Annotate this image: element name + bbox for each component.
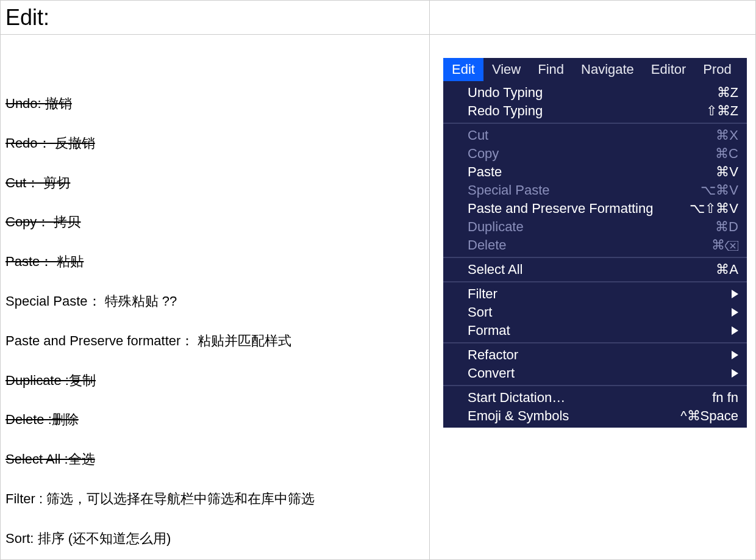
menu-item-sort[interactable]: Sort xyxy=(443,303,747,321)
note-line: Duplicate :复制 xyxy=(5,372,424,390)
menu-item-shortcut: ⌘C xyxy=(715,146,738,162)
menu-item-delete: Delete⌘ xyxy=(443,236,747,254)
menu-item-label: Filter xyxy=(468,286,732,302)
menu-item-label: Special Paste xyxy=(468,182,701,198)
menu-item-shortcut: ⌥⌘V xyxy=(701,182,738,198)
menu-item-label: Convert xyxy=(468,365,732,381)
left-header: Edit: xyxy=(1,1,429,35)
menu-item-cut: Cut⌘X xyxy=(443,126,747,145)
menu-item-label: Start Dictation… xyxy=(468,390,712,406)
menu-item-paste[interactable]: Paste⌘V xyxy=(443,163,747,181)
split-container: Edit: Undo: 撤销Redo： 反撤销Cut： 剪切Copy： 拷贝Pa… xyxy=(0,0,756,560)
menu-item-label: Format xyxy=(468,323,732,339)
menubar-item-prod[interactable]: Prod xyxy=(694,58,740,81)
note-line: Copy： 拷贝 xyxy=(5,213,424,232)
menu-item-label: Paste xyxy=(468,164,716,180)
menu-group: Cut⌘XCopy⌘CPaste⌘VSpecial Paste⌥⌘VPaste … xyxy=(443,123,747,257)
menu-item-special-paste: Special Paste⌥⌘V xyxy=(443,181,747,199)
left-pane: Edit: Undo: 撤销Redo： 反撤销Cut： 剪切Copy： 拷贝Pa… xyxy=(0,0,429,560)
menubar-item-find[interactable]: Find xyxy=(529,58,572,81)
submenu-arrow-icon xyxy=(732,347,738,363)
menu-item-emoji-symbols[interactable]: Emoji & Symbols^⌘Space xyxy=(443,407,747,425)
left-notes-list: Undo: 撤销Redo： 反撤销Cut： 剪切Copy： 拷贝Paste： 粘… xyxy=(1,35,429,560)
menu-group: Start Dictation…fn fnEmoji & Symbols^⌘Sp… xyxy=(443,385,747,428)
menu-group: Select All⌘A xyxy=(443,257,747,281)
menu-item-shortcut: ^⌘Space xyxy=(680,408,738,424)
menu-item-label: Paste and Preserve Formatting xyxy=(468,201,690,217)
menu-item-shortcut: ⌘ xyxy=(711,237,738,253)
right-body: EditViewFindNavigateEditorProd Undo Typi… xyxy=(430,35,755,428)
menu-item-select-all[interactable]: Select All⌘A xyxy=(443,260,747,279)
menu-item-paste-and-preserve-formatting[interactable]: Paste and Preserve Formatting⌥⇧⌘V xyxy=(443,199,747,218)
menu-item-shortcut: ⌥⇧⌘V xyxy=(690,201,738,217)
edit-menu-window: EditViewFindNavigateEditorProd Undo Typi… xyxy=(443,58,747,428)
right-header xyxy=(430,1,755,35)
menu-item-label: Delete xyxy=(468,237,711,253)
menubar-item-navigate[interactable]: Navigate xyxy=(572,58,643,81)
note-line: Special Paste： 特殊粘贴 ?? xyxy=(5,292,424,311)
menu-item-label: Redo Typing xyxy=(468,103,706,119)
menu-item-label: Copy xyxy=(468,146,715,162)
note-line: Paste and Preserve formatter： 粘贴并匹配样式 xyxy=(5,332,424,351)
menubar-item-editor[interactable]: Editor xyxy=(643,58,694,81)
menu-group: Undo Typing⌘ZRedo Typing⇧⌘Z xyxy=(443,81,747,123)
menu-item-shortcut: ⌘V xyxy=(716,164,738,180)
menubar-item-view[interactable]: View xyxy=(483,58,529,81)
submenu-arrow-icon xyxy=(732,323,738,339)
note-line: Undo: 撤销 xyxy=(5,95,424,113)
menu-item-label: Duplicate xyxy=(468,219,715,235)
note-line: Redo： 反撤销 xyxy=(5,134,424,153)
note-line: Paste： 粘贴 xyxy=(5,253,424,271)
note-line: Sort: 排序 (还不知道怎么用) xyxy=(5,529,424,548)
submenu-arrow-icon xyxy=(732,286,738,302)
menu-item-label: Sort xyxy=(468,304,732,320)
menu-item-duplicate: Duplicate⌘D xyxy=(443,218,747,236)
submenu-arrow-icon xyxy=(732,365,738,381)
menu-group: FilterSortFormat xyxy=(443,281,747,342)
menu-item-filter[interactable]: Filter xyxy=(443,285,747,303)
menubar-item-edit[interactable]: Edit xyxy=(443,58,483,81)
menu-item-label: Select All xyxy=(468,262,716,278)
menu-item-copy: Copy⌘C xyxy=(443,145,747,163)
menu-item-start-dictation[interactable]: Start Dictation…fn fn xyxy=(443,389,747,407)
menu-item-undo-typing[interactable]: Undo Typing⌘Z xyxy=(443,84,747,102)
menu-item-shortcut: ⇧⌘Z xyxy=(706,103,738,119)
left-title: Edit: xyxy=(1,5,49,31)
menubar: EditViewFindNavigateEditorProd xyxy=(443,58,747,81)
menu-item-shortcut: ⌘D xyxy=(715,219,738,235)
menu-item-label: Undo Typing xyxy=(468,85,717,101)
note-line: Delete :删除 xyxy=(5,411,424,429)
submenu-arrow-icon xyxy=(732,304,738,320)
menu-item-shortcut: ⌘Z xyxy=(717,85,738,101)
menu-item-convert[interactable]: Convert xyxy=(443,364,747,382)
menu-item-format[interactable]: Format xyxy=(443,321,747,340)
menu-item-shortcut: fn fn xyxy=(712,390,738,406)
menu-item-redo-typing[interactable]: Redo Typing⇧⌘Z xyxy=(443,102,747,120)
edit-menu-panel: Undo Typing⌘ZRedo Typing⇧⌘ZCut⌘XCopy⌘CPa… xyxy=(443,81,747,428)
right-pane: EditViewFindNavigateEditorProd Undo Typi… xyxy=(429,0,756,560)
menu-item-label: Emoji & Symbols xyxy=(468,408,680,424)
menu-item-label: Refactor xyxy=(468,347,732,363)
note-line: Filter : 筛选，可以选择在导航栏中筛选和在库中筛选 xyxy=(5,490,424,509)
menu-item-shortcut: ⌘A xyxy=(716,262,738,278)
menu-item-label: Cut xyxy=(468,127,716,143)
note-line: Select All :全选 xyxy=(5,450,424,469)
menu-group: RefactorConvert xyxy=(443,342,747,385)
note-line: Cut： 剪切 xyxy=(5,174,424,193)
menu-item-refactor[interactable]: Refactor xyxy=(443,346,747,364)
menu-item-shortcut: ⌘X xyxy=(716,127,738,143)
